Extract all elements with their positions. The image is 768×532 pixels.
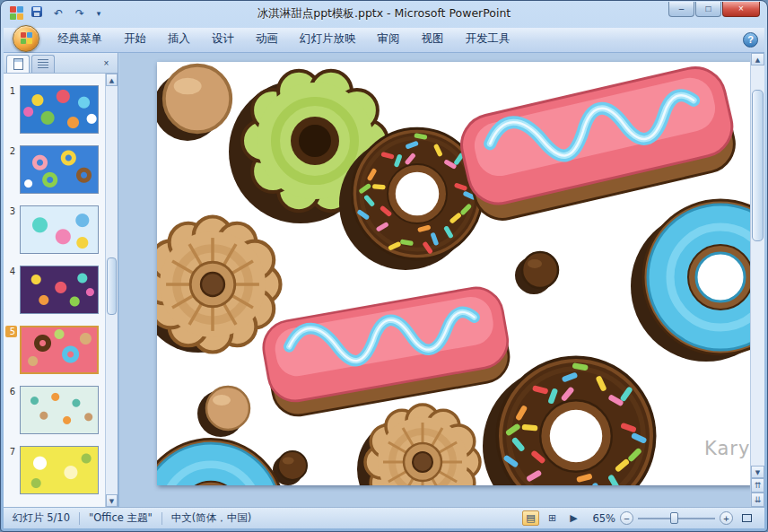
- powerpoint-window: 冰淇淋甜点ppt模板.pptx - Microsoft PowerPoint ↶…: [0, 0, 768, 532]
- title-bar: 冰淇淋甜点ppt模板.pptx - Microsoft PowerPoint ↶…: [1, 1, 767, 28]
- slide-thumbnail-6[interactable]: 6: [5, 386, 104, 434]
- status-right: ▤ ⊞ ▶ 65% − +: [522, 510, 764, 526]
- scroll-down-arrow[interactable]: ▼: [106, 494, 118, 507]
- maximize-button[interactable]: □: [695, 2, 721, 17]
- outline-tab-icon: [38, 59, 48, 69]
- window-title: 冰淇淋甜点ppt模板.pptx - Microsoft PowerPoint: [1, 1, 767, 28]
- close-button[interactable]: ×: [722, 2, 760, 17]
- scroll-track[interactable]: [751, 65, 764, 466]
- slide-number: 7: [5, 446, 17, 458]
- tab-classic-menu[interactable]: 经典菜单: [47, 27, 113, 52]
- slide-number: 2: [5, 145, 17, 157]
- slides-tab-icon: [13, 58, 23, 70]
- slide-number: 5: [5, 326, 17, 337]
- tab-view[interactable]: 视图: [411, 27, 455, 52]
- slide-thumbnail-image[interactable]: [20, 205, 99, 254]
- slide-thumbnail-image[interactable]: [20, 145, 99, 194]
- slide-artwork: Kary: [157, 62, 750, 485]
- slide-number: 6: [5, 386, 17, 397]
- slide-thumbnail-image[interactable]: [20, 266, 99, 314]
- slide-thumbnail-image[interactable]: [20, 326, 99, 374]
- panel-scroll-track[interactable]: [106, 86, 118, 494]
- slide-thumbnail-5-selected[interactable]: 5: [5, 326, 104, 374]
- office-logo-icon: [21, 32, 32, 44]
- window-controls: – □ ×: [668, 2, 760, 17]
- separator: [161, 512, 162, 525]
- office-button[interactable]: [13, 25, 39, 52]
- tab-slideshow[interactable]: 幻灯片放映: [289, 27, 367, 52]
- watermark-text: Kary: [704, 438, 750, 459]
- status-slide-info: 幻灯片 5/10: [13, 511, 70, 525]
- powerpoint-app-icon: [10, 6, 24, 21]
- zoom-slider-knob[interactable]: [670, 512, 678, 524]
- zoom-in-button[interactable]: +: [720, 511, 733, 525]
- outline-tab[interactable]: [31, 55, 55, 73]
- slide-canvas[interactable]: Kary: [157, 62, 750, 485]
- qat-dropdown-button[interactable]: ▾: [92, 5, 105, 22]
- status-language[interactable]: 中文(简体，中国): [171, 511, 251, 525]
- slide-thumbnail-2[interactable]: 2: [5, 145, 104, 194]
- slide-thumbnail-4[interactable]: 4: [5, 266, 104, 314]
- next-slide-button[interactable]: ⇊: [751, 493, 764, 507]
- separator: [79, 512, 80, 525]
- status-theme[interactable]: "Office 主题": [89, 511, 153, 525]
- tab-review[interactable]: 审阅: [367, 27, 411, 52]
- tab-developer[interactable]: 开发工具: [455, 27, 521, 52]
- ribbon-tab-bar: 经典菜单 开始 插入 设计 动画 幻灯片放映 审阅 视图 开发工具 ?: [4, 28, 764, 53]
- main-scrollbar[interactable]: ▲ ▼ ⇈ ⇊: [750, 53, 764, 507]
- panel-close-button[interactable]: ×: [99, 56, 114, 70]
- zoom-level[interactable]: 65%: [587, 512, 615, 525]
- tab-insert[interactable]: 插入: [157, 27, 201, 52]
- slideshow-view-button[interactable]: ▶: [565, 510, 582, 526]
- slide-thumbnail-7[interactable]: 7: [5, 446, 104, 494]
- slide-thumbnail-image[interactable]: [20, 446, 99, 494]
- minimize-button[interactable]: –: [668, 2, 694, 17]
- tab-design[interactable]: 设计: [201, 27, 245, 52]
- thumbnail-list: 1 2 3 4 5: [4, 74, 104, 507]
- scroll-down-arrow[interactable]: ▼: [751, 466, 764, 478]
- tab-home[interactable]: 开始: [113, 27, 157, 52]
- panel-scrollbar[interactable]: ▲ ▼: [105, 74, 118, 507]
- help-button[interactable]: ?: [743, 32, 758, 48]
- scroll-up-arrow[interactable]: ▲: [751, 53, 764, 65]
- redo-button[interactable]: ↷: [71, 5, 89, 22]
- slide-number: 3: [5, 205, 17, 217]
- slide-sorter-view-button[interactable]: ⊞: [544, 510, 561, 526]
- slide-thumbnail-image[interactable]: [20, 386, 99, 434]
- previous-slide-button[interactable]: ⇈: [751, 478, 764, 493]
- panel-scroll-thumb[interactable]: [107, 257, 117, 315]
- slides-panel: × 1 2 3 4 5: [4, 53, 118, 507]
- status-left: 幻灯片 5/10 "Office 主题" 中文(简体，中国): [4, 511, 251, 525]
- status-bar: 幻灯片 5/10 "Office 主题" 中文(简体，中国) ▤ ⊞ ▶ 65%…: [4, 507, 764, 528]
- zoom-slider[interactable]: [638, 511, 715, 525]
- floppy-disk-icon: [31, 6, 42, 17]
- ribbon-tabs: 经典菜单 开始 插入 设计 动画 幻灯片放映 审阅 视图 开发工具: [47, 28, 521, 52]
- slides-tab[interactable]: [6, 55, 30, 73]
- panel-tab-strip: ×: [4, 53, 118, 74]
- fit-to-window-button[interactable]: [737, 510, 755, 526]
- save-button[interactable]: [28, 5, 46, 22]
- quick-access-toolbar: ↶ ↷ ▾: [10, 5, 105, 22]
- workspace: × 1 2 3 4 5: [4, 53, 764, 507]
- scroll-up-arrow[interactable]: ▲: [106, 74, 118, 86]
- slide-thumbnail-1[interactable]: 1: [5, 85, 104, 134]
- slide-thumbnail-image[interactable]: [20, 85, 99, 134]
- slide-thumbnail-3[interactable]: 3: [5, 205, 104, 254]
- scroll-thumb[interactable]: [752, 90, 764, 241]
- tab-animations[interactable]: 动画: [245, 27, 289, 52]
- slide-number: 4: [5, 266, 17, 277]
- slide-number: 1: [5, 85, 17, 97]
- undo-button[interactable]: ↶: [49, 5, 67, 22]
- normal-view-button[interactable]: ▤: [522, 510, 539, 526]
- fit-to-window-icon: [742, 514, 752, 522]
- slide-editor-area: Kary: [119, 53, 750, 507]
- zoom-out-button[interactable]: −: [620, 511, 633, 525]
